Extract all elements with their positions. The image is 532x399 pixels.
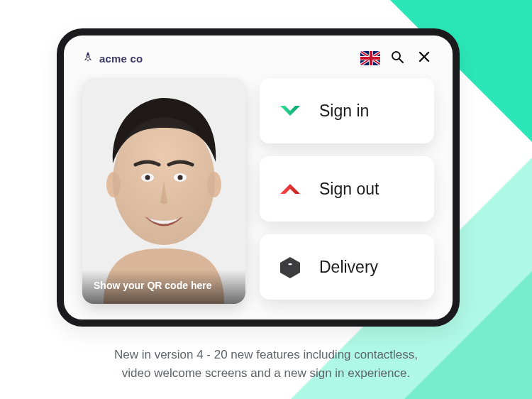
topbar: acme co: [82, 48, 434, 68]
svg-rect-5: [360, 57, 380, 60]
action-list: Sign in: [260, 78, 434, 304]
marketing-caption: New in version 4 - 20 new features inclu…: [0, 346, 532, 382]
chevron-down-icon: [277, 97, 304, 124]
uk-flag-icon: [360, 51, 380, 65]
close-icon: [418, 50, 431, 66]
delivery-button[interactable]: Delivery: [260, 234, 434, 300]
svg-line-7: [399, 59, 403, 62]
caption-line-1: New in version 4 - 20 new features inclu…: [43, 346, 489, 364]
package-icon: [277, 253, 304, 280]
search-button[interactable]: [387, 48, 407, 68]
signout-button[interactable]: Sign out: [260, 156, 434, 222]
tablet-frame: acme co: [57, 28, 460, 327]
camera-preview[interactable]: Show your QR code here: [82, 78, 245, 304]
delivery-label: Delivery: [319, 258, 378, 277]
language-flag-uk[interactable]: [360, 48, 380, 68]
svg-marker-19: [280, 257, 300, 278]
chevron-up-icon: [277, 175, 304, 202]
svg-rect-20: [289, 263, 292, 265]
svg-point-18: [113, 117, 215, 245]
svg-point-0: [87, 55, 89, 57]
rocket-icon: [82, 52, 94, 65]
brand-name: acme co: [99, 53, 143, 65]
search-icon: [390, 50, 404, 67]
signin-label: Sign in: [319, 102, 369, 121]
brand: acme co: [82, 52, 143, 65]
signout-label: Sign out: [319, 180, 379, 199]
caption-line-2: video welcome screens and a new sign in …: [43, 364, 489, 383]
close-button[interactable]: [414, 48, 434, 68]
signin-button[interactable]: Sign in: [260, 78, 434, 143]
qr-hint: Show your QR code here: [82, 270, 245, 304]
